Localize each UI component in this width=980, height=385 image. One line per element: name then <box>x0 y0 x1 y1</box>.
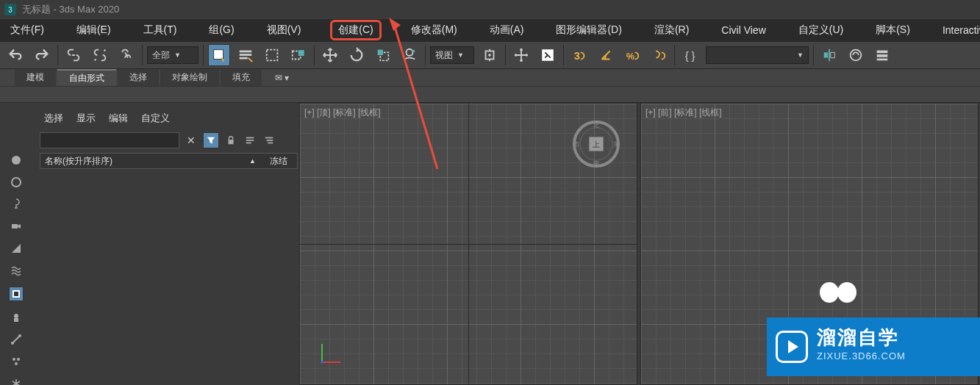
list-options-icon[interactable] <box>243 133 257 148</box>
menu-customize[interactable]: 自定义(U) <box>795 21 846 40</box>
container-icon[interactable] <box>9 312 24 323</box>
tab-selection[interactable]: 选择 <box>118 69 159 86</box>
svg-point-14 <box>526 54 529 57</box>
percent-snap-button[interactable]: % <box>621 44 643 66</box>
unlink-button[interactable] <box>89 44 111 66</box>
sphere-icon[interactable] <box>9 154 24 166</box>
tab-freeform[interactable]: 自由形式 <box>57 69 116 86</box>
menu-group[interactable]: 组(G) <box>206 21 237 40</box>
column-freeze[interactable]: 冻结 <box>260 155 297 168</box>
titlebar: 3 无标题 - 3ds Max 2020 <box>0 0 980 19</box>
camera-icon[interactable] <box>9 220 24 232</box>
pivot-center-button[interactable] <box>479 44 501 66</box>
menu-file[interactable]: 文件(F) <box>7 21 47 40</box>
scene-tab-display[interactable]: 显示 <box>76 112 96 125</box>
left-panel: 选择 显示 编辑 自定义 ✕ 名称(按升序排序) ▲ 冻结 <box>0 103 298 385</box>
crowd-icon[interactable] <box>9 356 24 367</box>
named-selection-button[interactable]: { } <box>679 44 701 66</box>
bind-button[interactable] <box>115 44 137 66</box>
tab-object-paint[interactable]: 对象绘制 <box>160 69 219 86</box>
link-button[interactable] <box>62 44 85 66</box>
svg-point-16 <box>520 60 523 62</box>
helper-icon[interactable] <box>9 242 24 254</box>
menu-create[interactable]: 创建(C) <box>330 20 381 40</box>
ribbon-tabs: 建模 自由形式 选择 对象绘制 填充 ✉ ▾ <box>0 69 980 87</box>
svg-rect-31 <box>14 318 18 322</box>
select-by-name-button[interactable] <box>235 44 257 66</box>
snap-toggle-button[interactable]: 3 <box>568 44 590 66</box>
snowflake-icon[interactable] <box>9 378 24 385</box>
svg-rect-42 <box>246 137 254 139</box>
mirror-button[interactable] <box>818 44 840 66</box>
spacewarp-icon[interactable] <box>9 265 24 276</box>
svg-rect-8 <box>378 50 383 55</box>
svg-point-58 <box>321 361 323 364</box>
watermark-title: 溜溜自学 <box>817 325 906 350</box>
selection-region-rect-button[interactable] <box>261 44 283 66</box>
keyboard-shortcut-button[interactable] <box>537 44 559 66</box>
clear-search-button[interactable]: ✕ <box>184 134 198 146</box>
angle-snap-button[interactable] <box>595 44 617 66</box>
align-button[interactable] <box>845 44 867 66</box>
viewcube[interactable]: 上 北 南 东 西 <box>571 118 622 170</box>
app-logo-icon: 3 <box>4 4 16 15</box>
scene-search-input[interactable] <box>40 132 179 148</box>
svg-text:3: 3 <box>574 50 580 62</box>
svg-text:%: % <box>626 51 635 62</box>
manipulate-button[interactable] <box>510 44 532 66</box>
system-icon[interactable] <box>9 287 24 301</box>
placement-button[interactable] <box>398 44 421 66</box>
axis-gizmo <box>315 340 344 370</box>
bone-icon[interactable] <box>9 334 24 345</box>
move-button[interactable] <box>319 44 341 66</box>
window-crossing-button[interactable] <box>287 44 310 66</box>
scale-button[interactable] <box>372 44 394 66</box>
menu-interactive[interactable]: Interactive <box>940 21 980 39</box>
viewport-top[interactable]: [+] [顶] [标准] [线框] 上 北 南 东 西 <box>299 103 637 385</box>
undo-button[interactable] <box>4 44 26 66</box>
filter-button[interactable] <box>203 132 219 148</box>
menu-rendering[interactable]: 渲染(R) <box>651 21 692 40</box>
scene-tab-edit[interactable]: 编辑 <box>109 112 128 125</box>
column-name[interactable]: 名称(按升序排序) ▲ <box>40 155 260 168</box>
menu-civil-view[interactable]: Civil View <box>718 21 768 39</box>
viewport-front-label[interactable]: [+] [前] [标准] [线框] <box>645 107 722 119</box>
scene-tab-select[interactable]: 选择 <box>44 112 63 125</box>
lock-icon[interactable] <box>223 133 238 148</box>
menu-animation[interactable]: 动画(A) <box>487 21 527 40</box>
envelope-icon[interactable]: ✉ ▾ <box>263 69 301 86</box>
ribbon-content <box>0 87 980 103</box>
selection-filter-dropdown[interactable]: 全部 ▼ <box>147 46 198 64</box>
menu-graph-editors[interactable]: 图形编辑器(D) <box>553 21 624 40</box>
tab-populate[interactable]: 填充 <box>221 69 262 86</box>
rotate-button[interactable] <box>346 44 368 66</box>
svg-text:{ }: { } <box>685 50 695 62</box>
redo-button[interactable] <box>31 44 53 66</box>
svg-text:北: 北 <box>593 122 599 129</box>
layers-button[interactable] <box>871 44 893 66</box>
menu-modifiers[interactable]: 修改器(M) <box>408 21 460 40</box>
named-selection-dropdown[interactable]: ▼ <box>706 46 809 64</box>
tab-modeling[interactable]: 建模 <box>15 69 56 86</box>
scene-tab-customize[interactable]: 自定义 <box>141 112 170 125</box>
svg-point-10 <box>412 50 415 53</box>
svg-point-26 <box>12 178 21 187</box>
light-icon[interactable] <box>9 198 24 210</box>
menu-tools[interactable]: 工具(T) <box>140 21 180 40</box>
svg-point-30 <box>14 314 18 318</box>
circle-icon[interactable] <box>9 176 24 188</box>
spinner-snap-button[interactable] <box>648 44 670 66</box>
reference-coord-dropdown[interactable]: 视图 ▼ <box>430 46 474 64</box>
menu-scripting[interactable]: 脚本(S) <box>873 21 913 40</box>
list-sort-icon[interactable] <box>262 133 276 148</box>
menu-edit[interactable]: 编辑(E) <box>74 21 114 40</box>
menu-view[interactable]: 视图(V) <box>264 21 304 40</box>
viewport-top-label[interactable]: [+] [顶] [标准] [线框] <box>304 107 381 119</box>
svg-text:西: 西 <box>573 141 579 148</box>
svg-rect-44 <box>246 143 251 144</box>
svg-rect-29 <box>14 292 18 296</box>
svg-point-59 <box>820 282 839 303</box>
select-object-button[interactable] <box>208 44 230 66</box>
decorative-shape <box>816 282 860 311</box>
sort-asc-icon: ▲ <box>249 157 256 165</box>
